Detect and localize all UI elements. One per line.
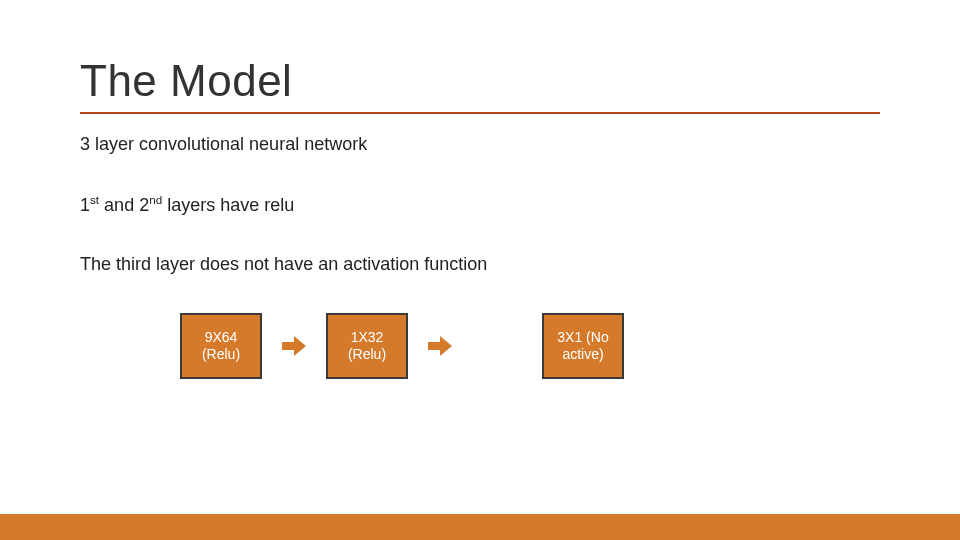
slide-content: The Model 3 layer convolutional neural n… — [0, 0, 960, 540]
body-line-1: 3 layer convolutional neural network — [80, 134, 880, 155]
footer-accent-bar — [0, 514, 960, 540]
text-frag: and 2 — [99, 195, 149, 215]
body-line-2: 1st and 2nd layers have relu — [80, 193, 880, 216]
ordinal-sup: st — [90, 193, 99, 206]
layer-box-3: 3X1 (No active) — [542, 313, 624, 379]
layer-box-1: 9X64 (Relu) — [180, 313, 262, 379]
layer-box-2: 1X32 (Relu) — [326, 313, 408, 379]
body-line-3: The third layer does not have an activat… — [80, 254, 880, 275]
ordinal-sup: nd — [149, 193, 162, 206]
network-diagram: 9X64 (Relu) 1X32 (Relu) 3X1 (No active) — [180, 313, 880, 379]
text-frag: 1 — [80, 195, 90, 215]
slide-title: The Model — [80, 56, 880, 106]
title-underline — [80, 112, 880, 114]
text-frag: layers have relu — [162, 195, 294, 215]
arrow-icon — [282, 336, 306, 356]
arrow-icon — [428, 336, 452, 356]
